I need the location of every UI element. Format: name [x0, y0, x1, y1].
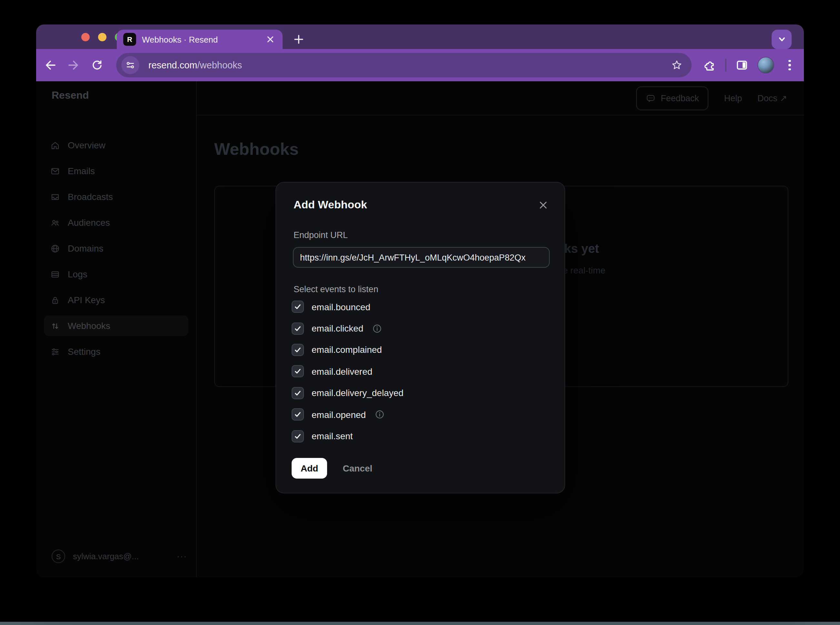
sidebar-item-label: Overview: [68, 140, 106, 150]
chat-bubble-icon: [646, 93, 655, 103]
sidebar-item-domains[interactable]: Domains: [44, 238, 188, 259]
endpoint-url-label: Endpoint URL: [294, 230, 348, 240]
sidebar-item-label: Emails: [68, 166, 95, 176]
side-panel-icon[interactable]: [736, 59, 748, 72]
toolbar-right-cluster: [703, 49, 796, 81]
sidebar-item-label: Logs: [68, 269, 87, 279]
close-window-button[interactable]: [81, 33, 90, 41]
sidebar-item-label: Settings: [68, 347, 100, 357]
add-button[interactable]: Add: [292, 458, 327, 479]
reload-button[interactable]: [87, 56, 106, 75]
browser-menu-icon[interactable]: [783, 60, 796, 70]
event-checkbox[interactable]: [292, 300, 304, 313]
account-row[interactable]: S sylwia.vargas@... ···: [51, 550, 187, 563]
sidebar-item-settings[interactable]: Settings: [44, 341, 188, 362]
users-icon: [50, 218, 60, 227]
modal-title: Add Webhook: [294, 199, 367, 211]
sidebar: Resend Overview Emails Broadcasts: [36, 81, 197, 577]
url-path: /webhooks: [198, 60, 242, 70]
sliders-icon: [50, 347, 60, 356]
modal-actions: Add Cancel: [292, 458, 372, 479]
extensions-icon[interactable]: [703, 59, 716, 72]
sidebar-nav: Overview Emails Broadcasts Audiences: [44, 135, 188, 367]
cancel-button[interactable]: Cancel: [342, 463, 372, 473]
sidebar-item-label: Domains: [68, 243, 104, 253]
event-label: email.bounced: [312, 302, 370, 312]
help-link[interactable]: Help: [724, 93, 742, 103]
info-icon[interactable]: [372, 323, 382, 333]
event-row-sent: email.sent: [292, 425, 549, 447]
bookmark-star-icon[interactable]: [671, 59, 683, 71]
event-label: email.clicked: [312, 323, 363, 333]
event-label: email.delivery_delayed: [312, 388, 404, 398]
event-checkbox[interactable]: [292, 344, 304, 356]
event-row-delivery-delayed: email.delivery_delayed: [292, 382, 549, 404]
event-row-bounced: email.bounced: [292, 296, 549, 318]
forward-button[interactable]: [64, 56, 83, 75]
event-label: email.sent: [312, 431, 353, 441]
resend-logo[interactable]: Resend: [51, 90, 89, 101]
globe-icon: [50, 244, 60, 253]
event-checkbox[interactable]: [292, 365, 304, 378]
info-icon[interactable]: [375, 410, 384, 419]
account-avatar: S: [51, 550, 65, 563]
event-checkbox[interactable]: [292, 430, 304, 442]
add-webhook-modal: Add Webhook Endpoint URL Select events t…: [275, 182, 565, 493]
event-row-clicked: email.clicked: [292, 318, 549, 339]
tab-close-icon[interactable]: [264, 34, 276, 45]
event-label: email.delivered: [312, 366, 372, 377]
account-email: sylwia.vargas@...: [73, 552, 169, 561]
sidebar-item-label: Webhooks: [68, 320, 110, 331]
backdrop-floor-strip: [0, 622, 840, 625]
event-row-opened: email.opened: [292, 404, 549, 425]
site-settings-icon[interactable]: [121, 56, 139, 74]
home-icon: [50, 140, 60, 150]
toolbar-divider: [725, 59, 726, 72]
event-row-complained: email.complained: [292, 339, 549, 361]
mail-icon: [50, 166, 60, 176]
address-bar[interactable]: resend.com/webhooks: [116, 53, 692, 78]
event-checkbox[interactable]: [292, 408, 304, 421]
event-checkbox[interactable]: [292, 387, 304, 399]
sidebar-item-audiences[interactable]: Audiences: [44, 212, 188, 233]
sidebar-item-emails[interactable]: Emails: [44, 161, 188, 181]
modal-header: Add Webhook: [294, 198, 550, 212]
tab-favicon: R: [123, 33, 136, 46]
browser-window: R Webhooks · Resend: [36, 25, 804, 577]
feedback-label: Feedback: [661, 93, 699, 103]
sidebar-item-broadcasts[interactable]: Broadcasts: [44, 187, 188, 207]
main-header: Feedback Help Docs ↗: [197, 81, 804, 115]
back-button[interactable]: [40, 56, 60, 75]
event-label: email.complained: [312, 345, 382, 355]
events-section-label: Select events to listen: [294, 285, 378, 294]
events-list: email.bounced email.clicked email.compla…: [292, 296, 549, 447]
browser-tab[interactable]: R Webhooks · Resend: [117, 30, 283, 49]
arrows-up-down-icon: [50, 321, 60, 331]
lock-icon: [50, 295, 60, 305]
url-text[interactable]: resend.com/webhooks: [148, 60, 671, 70]
sidebar-item-api-keys[interactable]: API Keys: [44, 289, 188, 310]
docs-link[interactable]: Docs ↗: [758, 93, 787, 103]
tab-search-chevron-button[interactable]: [772, 30, 792, 49]
sidebar-item-webhooks[interactable]: Webhooks: [44, 316, 188, 336]
new-tab-button[interactable]: [289, 30, 308, 49]
sidebar-item-overview[interactable]: Overview: [44, 135, 188, 155]
sidebar-item-label: API Keys: [68, 295, 105, 305]
browser-toolbar: resend.com/webhooks: [36, 49, 804, 81]
account-menu-icon[interactable]: ···: [177, 552, 187, 561]
event-row-delivered: email.delivered: [292, 361, 549, 382]
event-checkbox[interactable]: [292, 322, 304, 334]
external-arrow-icon: ↗: [780, 93, 787, 103]
tab-strip: R Webhooks · Resend: [36, 25, 804, 49]
profile-avatar[interactable]: [758, 57, 774, 73]
feedback-button[interactable]: Feedback: [636, 86, 709, 110]
minimize-window-button[interactable]: [98, 33, 106, 41]
close-icon[interactable]: [536, 198, 550, 212]
sidebar-item-logs[interactable]: Logs: [44, 264, 188, 285]
endpoint-url-input[interactable]: [293, 247, 550, 268]
screenshot-stage: R Webhooks · Resend: [0, 0, 840, 625]
sidebar-item-label: Broadcasts: [68, 191, 113, 202]
url-domain: resend.com: [148, 60, 198, 70]
event-label: email.opened: [312, 409, 366, 420]
broadcast-tray-icon: [50, 192, 60, 202]
